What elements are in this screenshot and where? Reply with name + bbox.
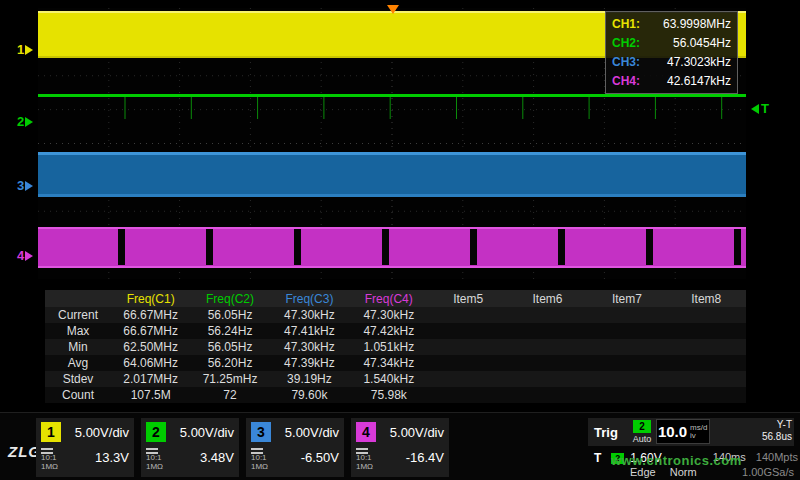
trigger-position-marker[interactable] [387,5,399,14]
trigger-sweep-label: Auto [630,434,654,444]
overlay-channel-label: CH3: [612,55,640,69]
vertical-offset: -6.50V [301,450,339,465]
probe-info: 10:11MΩ [251,443,268,471]
measurement-cell [428,323,507,339]
measurement-cell: 71.25mHz [190,371,269,387]
overlay-frequency-value: 42.6147kHz [667,74,731,88]
probe-info: 10:11MΩ [356,443,373,471]
dc-coupling-icon [146,448,158,450]
measurement-cell: 107.5M [111,387,190,403]
channel-detail-row: 10:11MΩ13.3V [41,443,129,471]
input-impedance: 1MΩ [356,462,373,471]
channel-scale-row: 45.00V/div [356,422,444,442]
channel-number-label: 3 [17,178,24,193]
channel-1-position-marker[interactable]: 1 [17,42,33,57]
overlay-channel-label: CH1: [612,17,640,31]
table-row-max: Max66.67MHz56.24Hz47.41kHz47.42kHz [45,323,746,339]
column-header-freq(c1)[interactable]: Freq(C1) [111,290,190,307]
measurement-cell: 56.24Hz [190,323,269,339]
probe-ratio: 10:1 [146,453,163,462]
channel-1-settings-box[interactable]: 15.00V/div10:11MΩ13.3V [36,418,134,477]
measurement-cell [428,307,507,323]
vertical-scale: 5.00V/div [75,425,129,440]
trigger-status-area: Trig 2 Auto 10.0 ms/div Y-T 56.8us T 2 1… [588,418,800,478]
column-header-freq(c4)[interactable]: Freq(C4) [349,290,428,307]
measurement-cell [428,371,507,387]
column-header-freq(c2)[interactable]: Freq(C2) [190,290,269,307]
measurement-cell [508,387,587,403]
right-arrow-icon [25,181,33,191]
column-header-freq(c3)[interactable]: Freq(C3) [270,290,349,307]
channel-3-settings-box[interactable]: 35.00V/div10:11MΩ-6.50V [246,418,344,477]
trigger-source-badge: 2 [633,420,651,433]
oscilloscope-ui: CH1:63.9998MHzCH2:56.0454HzCH3:47.3023kH… [0,0,800,480]
overlay-channel-label: CH2: [612,36,640,50]
probe-info: 10:11MΩ [146,443,163,471]
input-impedance: 1MΩ [146,462,163,471]
measurement-cell [587,371,666,387]
measurement-cell [587,307,666,323]
measurement-cell: 39.19Hz [270,371,349,387]
table-row-min: Min62.50MHz56.05Hz47.30kHz1.051kHz [45,339,746,355]
column-header-item7[interactable]: Item7 [587,290,666,307]
probe-ratio: 10:1 [41,453,58,462]
channel-detail-row: 10:11MΩ-16.4V [356,443,444,471]
measurement-cell: 47.39kHz [270,355,349,371]
measurement-cell [667,323,746,339]
measurement-cell [587,339,666,355]
t-label: T [594,451,601,465]
channel-2-position-marker[interactable]: 2 [17,114,33,129]
table-row-current: Current66.67MHz56.05Hz47.30kHz47.30kHz [45,307,746,323]
input-impedance: 1MΩ [251,462,268,471]
trigger-source-control[interactable]: 2 Auto [630,420,654,444]
column-header-item5[interactable]: Item5 [428,290,507,307]
column-header-item8[interactable]: Item8 [667,290,746,307]
trigger-level-marker[interactable]: T [751,101,769,116]
vertical-offset: 3.48V [200,450,234,465]
measurement-cell [667,339,746,355]
channel-number-badge: 4 [356,422,376,442]
overlay-channel-label: CH4: [612,74,640,88]
measurement-cell: 1.540kHz [349,371,428,387]
overlay-row: CH3:47.3023kHz [612,52,731,71]
table-corner-cell [45,290,111,307]
dc-coupling-icon [251,448,263,450]
right-arrow-icon [25,45,33,55]
table-row-stdev: Stdev2.017MHz71.25mHz39.19Hz1.540kHz [45,371,746,387]
measurement-cell: 66.67MHz [111,307,190,323]
waveform-display[interactable]: CH1:63.9998MHzCH2:56.0454HzCH3:47.3023kH… [38,8,746,279]
column-header-item6[interactable]: Item6 [508,290,587,307]
channel-2-settings-box[interactable]: 25.00V/div10:11MΩ3.48V [141,418,239,477]
measurement-cell: 72 [190,387,269,403]
vertical-scale: 5.00V/div [285,425,339,440]
overlay-frequency-value: 56.0454Hz [673,36,731,50]
channel-scale-row: 25.00V/div [146,422,234,442]
channel-3-position-marker[interactable]: 3 [17,178,33,193]
measurement-cell: 47.42kHz [349,323,428,339]
right-arrow-icon [25,117,33,127]
row-label: Current [45,307,111,323]
display-mode-info: Y-T 56.8us [762,419,792,443]
measurement-cell: 66.67MHz [111,323,190,339]
input-impedance: 1MΩ [41,462,58,471]
vertical-scale: 5.00V/div [390,425,444,440]
measurement-cell [667,307,746,323]
table-header-row: Freq(C1)Freq(C2)Freq(C3)Freq(C4)Item5Ite… [45,290,746,307]
measurement-cell [508,355,587,371]
dc-coupling-icon [356,448,368,450]
channel-4-settings-box[interactable]: 45.00V/div10:11MΩ-16.4V [351,418,449,477]
memory-depth: 140Mpts [756,451,798,463]
overlay-row: CH1:63.9998MHz [612,14,731,33]
channel-4-position-marker[interactable]: 4 [17,248,33,263]
channel-scale-row: 15.00V/div [41,422,129,442]
measurement-cell: 47.30kHz [270,339,349,355]
measurement-table: Freq(C1)Freq(C2)Freq(C3)Freq(C4)Item5Ite… [45,290,746,403]
row-label: Stdev [45,371,111,387]
vertical-scale: 5.00V/div [180,425,234,440]
horizontal-delay: 56.8us [762,431,792,443]
timebase-control[interactable]: 10.0 ms/div [656,419,710,444]
probe-info: 10:11MΩ [41,443,58,471]
ch3-trace [38,152,746,197]
measurement-cell [667,387,746,403]
row-label: Avg [45,355,111,371]
